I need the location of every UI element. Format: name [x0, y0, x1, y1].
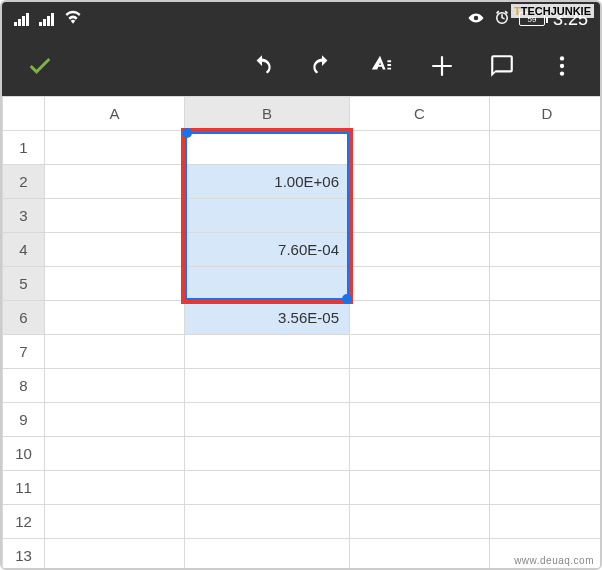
cell[interactable] [45, 437, 185, 471]
cell[interactable] [45, 233, 185, 267]
cell[interactable] [350, 233, 490, 267]
signal-icon-1 [14, 12, 29, 26]
row-header[interactable]: 3 [3, 199, 45, 233]
cell[interactable] [45, 199, 185, 233]
cell[interactable] [490, 471, 603, 505]
cell[interactable] [185, 539, 350, 571]
cell[interactable] [45, 335, 185, 369]
svg-point-2 [560, 71, 564, 75]
cell[interactable] [185, 403, 350, 437]
row-header[interactable]: 10 [3, 437, 45, 471]
col-header-b[interactable]: B [185, 97, 350, 131]
cell[interactable] [350, 369, 490, 403]
cell[interactable] [490, 267, 603, 301]
cell[interactable] [350, 437, 490, 471]
row-header[interactable]: 5 [3, 267, 45, 301]
cell[interactable] [350, 505, 490, 539]
cell[interactable] [350, 335, 490, 369]
cell[interactable] [490, 505, 603, 539]
cell[interactable] [45, 165, 185, 199]
cell-b6[interactable]: 3.56E-05 [185, 301, 350, 335]
row-header[interactable]: 7 [3, 335, 45, 369]
svg-point-1 [560, 64, 564, 68]
alarm-icon [493, 9, 511, 30]
cell[interactable] [350, 539, 490, 571]
more-button[interactable] [532, 36, 592, 96]
cell[interactable] [185, 131, 350, 165]
comment-button[interactable] [472, 36, 532, 96]
spreadsheet[interactable]: A B C D 1 21.00E+06 3 47.60E-04 5 63.56E… [2, 96, 600, 570]
text-format-button[interactable] [352, 36, 412, 96]
cell-b5[interactable] [185, 267, 350, 301]
eye-icon [467, 9, 485, 30]
row-header[interactable]: 1 [3, 131, 45, 165]
add-button[interactable] [412, 36, 472, 96]
col-header-c[interactable]: C [350, 97, 490, 131]
cell[interactable] [185, 437, 350, 471]
signal-icon-2 [39, 12, 54, 26]
row-header[interactable]: 12 [3, 505, 45, 539]
cell[interactable] [490, 335, 603, 369]
row-header[interactable]: 11 [3, 471, 45, 505]
row-header[interactable]: 6 [3, 301, 45, 335]
cell-b3[interactable] [185, 199, 350, 233]
svg-point-0 [560, 56, 564, 60]
cell[interactable] [45, 267, 185, 301]
cell[interactable] [490, 403, 603, 437]
redo-button[interactable] [292, 36, 352, 96]
cell[interactable] [350, 165, 490, 199]
cell[interactable] [45, 471, 185, 505]
col-header-a[interactable]: A [45, 97, 185, 131]
cell[interactable] [490, 131, 603, 165]
cell[interactable] [490, 369, 603, 403]
cell[interactable] [350, 131, 490, 165]
row-header[interactable]: 8 [3, 369, 45, 403]
cell[interactable] [185, 505, 350, 539]
watermark-techjunkie: TTECHJUNKIE [511, 4, 594, 18]
cell[interactable] [490, 233, 603, 267]
cell[interactable] [490, 437, 603, 471]
cell[interactable] [350, 199, 490, 233]
cell[interactable] [490, 165, 603, 199]
cell[interactable] [45, 505, 185, 539]
toolbar [2, 36, 600, 96]
cell[interactable] [185, 335, 350, 369]
cell[interactable] [185, 369, 350, 403]
row-header[interactable]: 9 [3, 403, 45, 437]
cell-b4[interactable]: 7.60E-04 [185, 233, 350, 267]
cell[interactable] [350, 471, 490, 505]
grid[interactable]: A B C D 1 21.00E+06 3 47.60E-04 5 63.56E… [2, 96, 602, 570]
cell[interactable] [45, 403, 185, 437]
cell[interactable] [45, 369, 185, 403]
cell[interactable] [45, 539, 185, 571]
row-header[interactable]: 13 [3, 539, 45, 571]
watermark-bottom: www.deuaq.com [514, 555, 594, 566]
cell[interactable] [350, 301, 490, 335]
row-header[interactable]: 4 [3, 233, 45, 267]
cell[interactable] [490, 199, 603, 233]
row-header[interactable]: 2 [3, 165, 45, 199]
cell[interactable] [45, 131, 185, 165]
undo-button[interactable] [232, 36, 292, 96]
cell[interactable] [490, 301, 603, 335]
corner-cell[interactable] [3, 97, 45, 131]
col-header-d[interactable]: D [490, 97, 603, 131]
wifi-icon [64, 10, 82, 28]
cell-b2[interactable]: 1.00E+06 [185, 165, 350, 199]
cell[interactable] [350, 403, 490, 437]
cell[interactable] [350, 267, 490, 301]
cell[interactable] [45, 301, 185, 335]
cell[interactable] [185, 471, 350, 505]
confirm-button[interactable] [10, 36, 70, 96]
